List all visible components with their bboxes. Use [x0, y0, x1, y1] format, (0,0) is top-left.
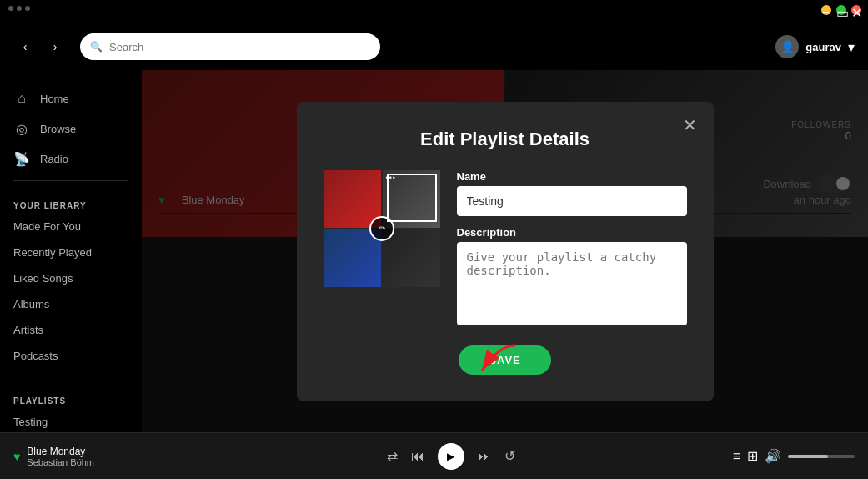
sidebar-item-radio[interactable]: 📡 Radio: [0, 144, 142, 174]
sidebar-item-home[interactable]: ⌂ Home: [0, 83, 142, 113]
user-area[interactable]: 👤 gaurav ▾: [775, 35, 855, 58]
sidebar-artists-label: Artists: [13, 324, 43, 336]
edit-playlist-modal: Edit Playlist Details ✕ •••: [297, 102, 714, 401]
player-controls: ⇄ ⏮ ▶ ⏭ ↺: [193, 443, 708, 470]
bottom-track-info: ♥ Blue Monday Sebastian Böhm: [13, 446, 180, 467]
avatar-icon: 👤: [780, 40, 795, 53]
playlists-section-title: PLAYLISTS: [0, 383, 142, 409]
sidebar-made-for-you-label: Made For You: [13, 220, 81, 233]
sidebar-liked-songs-label: Liked Songs: [13, 272, 73, 285]
sidebar-item-albums[interactable]: Albums: [0, 291, 142, 317]
modal-overlay: Edit Playlist Details ✕ •••: [142, 70, 868, 432]
minimize-button[interactable]: −: [821, 5, 831, 15]
sidebar-radio-label: Radio: [40, 153, 68, 165]
volume-icon: 🔊: [765, 448, 781, 464]
cover-cell-4: [383, 229, 440, 287]
sidebar-albums-label: Albums: [13, 298, 49, 310]
search-icon: 🔍: [90, 41, 103, 53]
content-area: ⌂ Home ◎ Browse 📡 Radio YOUR LIBRARY Mad…: [0, 70, 868, 432]
user-name: gaurav: [805, 41, 841, 53]
modal-close-button[interactable]: ✕: [680, 115, 700, 135]
home-icon: ⌂: [13, 90, 30, 107]
shuffle-button[interactable]: ⇄: [387, 448, 398, 464]
name-input[interactable]: [457, 186, 687, 216]
sidebar-item-made-for-you[interactable]: Made For You: [0, 214, 142, 240]
playlist-cover[interactable]: ••• ✏: [324, 170, 440, 287]
radio-icon: 📡: [13, 150, 30, 167]
next-button[interactable]: ⏭: [478, 449, 491, 464]
modal-fields: Name Description: [457, 170, 687, 329]
back-button[interactable]: ‹: [13, 35, 37, 58]
sidebar-home-label: Home: [40, 93, 69, 105]
name-field-group: Name: [457, 170, 687, 216]
forward-button[interactable]: ›: [43, 35, 67, 58]
dot-2: [17, 6, 22, 11]
list-icon[interactable]: ≡: [733, 449, 740, 464]
cover-cell-2: •••: [383, 170, 440, 228]
avatar: 👤: [775, 35, 799, 58]
search-bar[interactable]: 🔍: [80, 33, 380, 60]
player-bar: ♥ Blue Monday Sebastian Böhm ⇄ ⏮ ▶ ⏭ ↺ ≡…: [0, 432, 868, 479]
sidebar-testing-label: Testing: [13, 416, 48, 428]
sidebar-item-browse[interactable]: ◎ Browse: [0, 113, 142, 144]
window-controls[interactable]: − ▭ ✕: [821, 5, 861, 15]
player-heart-icon[interactable]: ♥: [13, 450, 20, 463]
name-label: Name: [457, 170, 687, 183]
modal-footer: SAVE: [324, 345, 687, 375]
cover-cell-3: [324, 229, 381, 287]
library-section-title: YOUR LIBRARY: [0, 188, 142, 214]
edit-cover-icon[interactable]: ✏: [369, 216, 394, 241]
sidebar-item-artists[interactable]: Artists: [0, 317, 142, 343]
play-pause-button[interactable]: ▶: [438, 443, 464, 470]
close-button[interactable]: ✕: [851, 5, 861, 15]
window-dots: [8, 6, 30, 11]
player-track-artist: Sebastian Böhm: [27, 457, 94, 467]
nav-arrows: ‹ ›: [13, 35, 67, 58]
maximize-button[interactable]: ▭: [836, 5, 846, 15]
modal-body: ••• ✏ Name: [324, 170, 687, 329]
sidebar-recently-played-label: Recently Played: [13, 246, 92, 259]
description-textarea[interactable]: [457, 242, 687, 325]
track-details: Blue Monday Sebastian Böhm: [27, 446, 94, 467]
save-button[interactable]: SAVE: [459, 345, 550, 375]
sidebar-divider-1: [13, 180, 128, 181]
browse-icon: ◎: [13, 120, 30, 137]
volume-fill: [788, 455, 828, 458]
sidebar-item-podcasts[interactable]: Podcasts: [0, 343, 142, 369]
main-content: FOLLOWERS 0 Download ♥ Blue Monday Sebas…: [142, 70, 868, 432]
player-track-name: Blue Monday: [27, 446, 94, 457]
grid-icon[interactable]: ⊞: [747, 448, 758, 464]
dot-1: [8, 6, 13, 11]
app-container: ‹ › 🔍 👤 gaurav ▾ ⌂ Home ◎ Browse: [0, 23, 868, 479]
sidebar-item-testing[interactable]: Testing: [0, 409, 142, 432]
chevron-down-icon: ▾: [848, 39, 855, 55]
description-field-group: Description: [457, 226, 687, 329]
previous-button[interactable]: ⏮: [411, 449, 424, 464]
modal-title: Edit Playlist Details: [324, 129, 687, 150]
sidebar-item-recently-played[interactable]: Recently Played: [0, 240, 142, 265]
description-label: Description: [457, 226, 687, 239]
volume-bar[interactable]: [788, 455, 855, 458]
search-input[interactable]: [109, 41, 370, 53]
repeat-button[interactable]: ↺: [504, 448, 515, 464]
sidebar-browse-label: Browse: [40, 123, 76, 135]
nav-bar: ‹ › 🔍 👤 gaurav ▾: [0, 23, 868, 70]
title-bar: − ▭ ✕: [0, 0, 868, 23]
sidebar-podcasts-label: Podcasts: [13, 350, 58, 362]
sidebar-item-liked-songs[interactable]: Liked Songs: [0, 265, 142, 291]
player-right-controls: ≡ ⊞ 🔊: [721, 448, 855, 464]
dot-3: [25, 6, 30, 11]
sidebar: ⌂ Home ◎ Browse 📡 Radio YOUR LIBRARY Mad…: [0, 70, 142, 432]
sidebar-divider-2: [13, 376, 128, 376]
